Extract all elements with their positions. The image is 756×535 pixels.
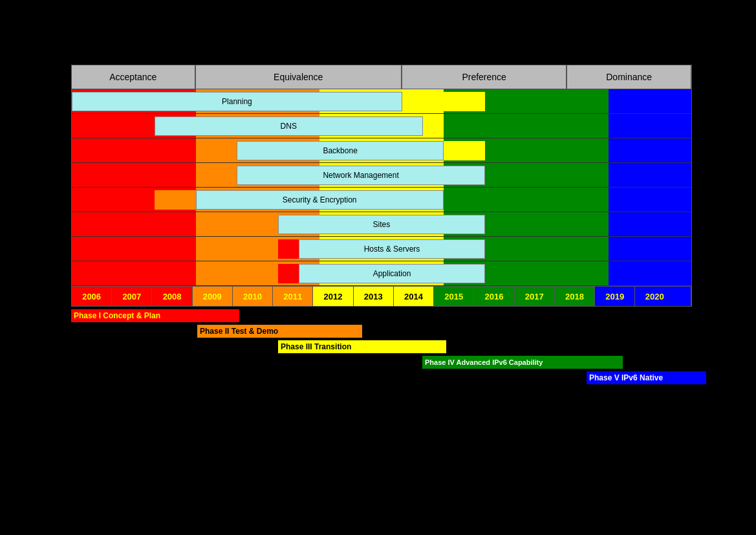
- year-2011: 2011: [273, 287, 313, 306]
- row-application: Application: [72, 261, 691, 286]
- year-2007: 2007: [112, 287, 152, 306]
- year-2018: 2018: [555, 287, 595, 306]
- phase-equivalence: Equivalence: [196, 65, 402, 89]
- phase-preference: Preference: [402, 65, 567, 89]
- row-backbone: Backbone: [72, 138, 691, 163]
- year-2009: 2009: [193, 287, 233, 306]
- year-2020: 2020: [635, 287, 691, 306]
- year-2006: 2006: [72, 287, 112, 306]
- legend-phase4: Phase IV Advanced IPv6 Capability: [422, 356, 623, 369]
- year-2014: 2014: [394, 287, 434, 306]
- year-2016: 2016: [474, 287, 514, 306]
- chart-container: Acceptance Equivalence Preference Domina…: [71, 65, 692, 380]
- legend-phase5: Phase V IPv6 Native: [587, 371, 706, 384]
- row-sites: Sites: [72, 212, 691, 237]
- year-2015: 2015: [434, 287, 474, 306]
- year-2008: 2008: [152, 287, 192, 306]
- year-2013: 2013: [354, 287, 394, 306]
- row-hosts: Hosts & Servers: [72, 237, 691, 261]
- row-dns: DNS: [72, 114, 691, 138]
- phase-dominance: Dominance: [567, 65, 691, 89]
- legend-phase2: Phase II Test & Demo: [197, 325, 362, 338]
- phase-header: Acceptance Equivalence Preference Domina…: [71, 65, 692, 89]
- legend-phase3: Phase III Transition: [278, 340, 446, 353]
- year-2012: 2012: [313, 287, 353, 306]
- row-network-management: Network Management: [72, 163, 691, 188]
- row-security: Security & Encryption: [72, 188, 691, 212]
- year-2017: 2017: [515, 287, 555, 306]
- phase-acceptance: Acceptance: [72, 65, 196, 89]
- year-2019: 2019: [595, 287, 635, 306]
- year-2010: 2010: [233, 287, 273, 306]
- row-planning: Planning: [72, 89, 691, 114]
- legend-phase1: Phase I Concept & Plan: [71, 309, 239, 322]
- year-axis: 2006 2007 2008 2009 2010 2011 2012 2013 …: [71, 286, 692, 307]
